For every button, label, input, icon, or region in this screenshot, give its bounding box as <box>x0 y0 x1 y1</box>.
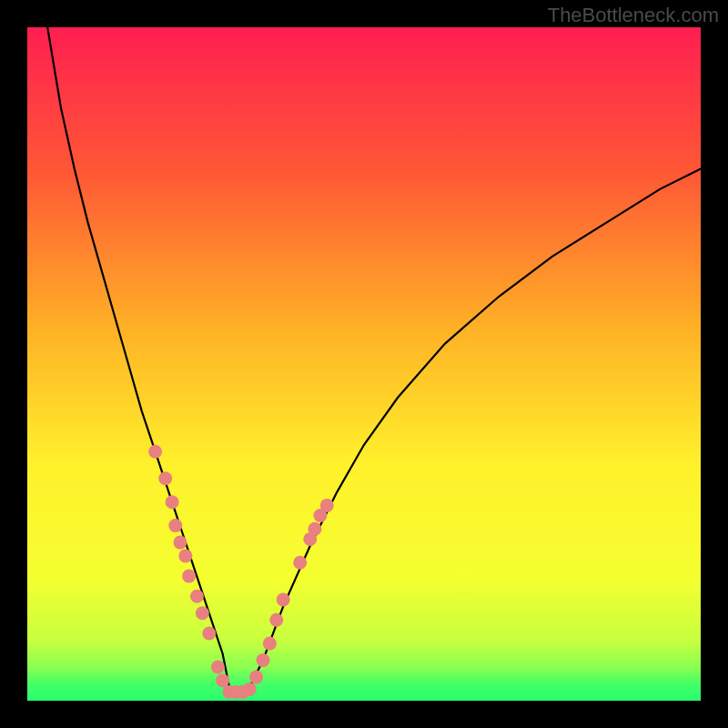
data-marker <box>249 671 263 684</box>
data-marker <box>263 637 277 651</box>
chart-curve <box>27 27 701 701</box>
data-marker <box>293 556 307 570</box>
data-marker <box>196 606 209 620</box>
data-marker <box>190 590 204 603</box>
data-marker <box>182 570 196 583</box>
data-marker <box>277 593 290 607</box>
data-marker <box>243 682 257 696</box>
data-marker <box>178 549 192 562</box>
watermark-text: TheBottleneck.com <box>548 4 719 27</box>
data-marker <box>202 627 216 641</box>
data-marker <box>320 499 334 512</box>
data-marker <box>257 653 270 667</box>
data-marker <box>166 495 179 509</box>
data-marker <box>211 661 225 674</box>
bottleneck-curve-path <box>47 27 701 694</box>
data-marker <box>269 613 283 627</box>
plot-area <box>27 27 701 701</box>
data-marker <box>216 673 229 687</box>
data-marker <box>148 445 162 459</box>
data-marker <box>168 519 182 532</box>
data-marker <box>308 522 321 536</box>
data-marker <box>158 471 172 485</box>
data-marker <box>173 536 187 550</box>
